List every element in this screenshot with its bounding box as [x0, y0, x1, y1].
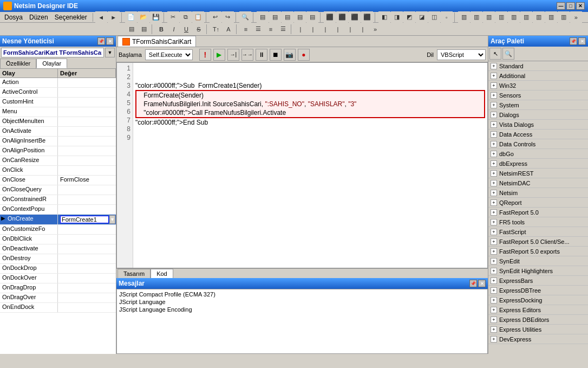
palette-item[interactable]: +Dialogs	[488, 110, 588, 120]
toolbar-copy-btn[interactable]: ⧉	[180, 11, 192, 23]
fmt-tb4[interactable]: A	[223, 23, 234, 35]
bold-btn[interactable]: B	[155, 23, 167, 35]
palette-expand-icon[interactable]: +	[491, 258, 497, 264]
prop-row[interactable]: OnDestroy	[0, 254, 116, 264]
tb24[interactable]: ▥	[558, 11, 570, 23]
prop-row[interactable]: ▶OnCreate ▼	[0, 215, 116, 225]
palette-expand-icon[interactable]: +	[491, 73, 497, 79]
palette-expand-icon[interactable]: +	[491, 307, 497, 313]
stop-btn[interactable]: ⏹	[270, 49, 282, 61]
tb17[interactable]: ▥	[471, 11, 482, 23]
maximize-button[interactable]: □	[566, 2, 575, 10]
toolbar-find-btn[interactable]: 🔍	[239, 11, 251, 23]
prop-row[interactable]: OnConstrainedR	[0, 195, 116, 205]
toolbar-undo-btn[interactable]: ↩	[210, 11, 221, 23]
lang-select[interactable]: VBScript	[437, 49, 486, 60]
tb5[interactable]: ▤	[306, 11, 318, 23]
palette-item[interactable]: +Sensors	[488, 91, 588, 100]
prop-row[interactable]: OnCloseQuery	[0, 185, 116, 195]
palette-item[interactable]: +ExpressDBTree	[488, 286, 588, 295]
object-name-input[interactable]	[1, 48, 104, 57]
tb13[interactable]: ◪	[416, 11, 428, 23]
palette-expand-icon[interactable]: +	[491, 190, 497, 196]
menu-secenekler[interactable]: Seçenekler	[51, 12, 90, 22]
palette-item[interactable]: +FastScript	[488, 227, 588, 237]
palette-item[interactable]: +Express Utilities	[488, 325, 588, 334]
toolbar-arrow-right-btn[interactable]: ►	[108, 11, 120, 23]
palette-expand-icon[interactable]: +	[491, 92, 497, 99]
pause-btn[interactable]: ⏸	[256, 49, 267, 61]
tb3[interactable]: ▤	[282, 11, 293, 23]
minimize-button[interactable]: —	[557, 2, 565, 10]
tab-olaylar[interactable]: Olaylar	[36, 59, 67, 68]
prop-row[interactable]: OnEndDock	[0, 303, 116, 313]
tb9[interactable]: ⬛	[361, 11, 373, 23]
palette-expand-icon[interactable]: +	[491, 170, 497, 177]
palette-expand-icon[interactable]: +	[491, 160, 497, 167]
palette-pin-btn[interactable]: 📌	[570, 37, 577, 45]
prop-value-input[interactable]	[60, 216, 109, 223]
tb6[interactable]: ⬛	[324, 11, 336, 23]
palette-expand-icon[interactable]: +	[491, 209, 497, 216]
tb1[interactable]: ▤	[257, 11, 269, 23]
palette-expand-icon[interactable]: +	[491, 112, 497, 118]
prop-row[interactable]: OnAlignPosition	[0, 146, 116, 156]
prop-row[interactable]: OnDragOver	[0, 293, 116, 303]
palette-item[interactable]: +SynEdit Highlighters	[488, 266, 588, 276]
palette-item[interactable]: +Vista Dialogs	[488, 120, 588, 130]
italic-btn[interactable]: I	[168, 23, 180, 35]
fmtb2[interactable]: |	[307, 23, 319, 35]
palette-expand-icon[interactable]: +	[491, 180, 497, 186]
tb19[interactable]: ▥	[495, 11, 507, 23]
camera-btn[interactable]: 📷	[284, 49, 296, 61]
prop-row[interactable]: Menu	[0, 107, 116, 117]
fmt-tb3[interactable]: T↑	[210, 23, 222, 35]
tb22[interactable]: ▥	[533, 11, 545, 23]
palette-expand-icon[interactable]: +	[491, 121, 497, 128]
tb2[interactable]: ▤	[269, 11, 281, 23]
palette-expand-icon[interactable]: +	[491, 219, 497, 225]
palette-item[interactable]: +Standard	[488, 61, 588, 71]
palette-expand-icon[interactable]: +	[491, 287, 497, 294]
strikethrough-btn[interactable]: S	[193, 23, 205, 35]
palette-item[interactable]: +Express DBEditors	[488, 315, 588, 325]
palette-expand-icon[interactable]: +	[491, 82, 497, 89]
palette-expand-icon[interactable]: +	[491, 326, 497, 333]
palette-item[interactable]: +FR5 tools	[488, 217, 588, 227]
palette-item[interactable]: +ExpressDocking	[488, 295, 588, 305]
fmtb1[interactable]: |	[295, 23, 306, 35]
palette-item[interactable]: +Additional	[488, 71, 588, 81]
prop-row[interactable]: ActiveControl	[0, 88, 116, 98]
pointer-tool-btn[interactable]: ↖	[489, 48, 501, 60]
palette-expand-icon[interactable]: +	[491, 297, 497, 304]
tb16[interactable]: ▥	[458, 11, 470, 23]
palette-item[interactable]: +QReport	[488, 198, 588, 208]
palette-expand-icon[interactable]: +	[491, 131, 497, 138]
toolbar-new-btn[interactable]: 📄	[125, 11, 137, 23]
palette-item[interactable]: +SynEdit	[488, 256, 588, 266]
tb10[interactable]: ◧	[378, 11, 390, 23]
tb7[interactable]: ⬛	[336, 11, 348, 23]
bottom-tab-kod[interactable]: Kod	[151, 269, 173, 278]
prop-row[interactable]: OnCanResize	[0, 156, 116, 166]
prop-row[interactable]: CustomHint	[0, 98, 116, 107]
bottom-tab-tasarim[interactable]: Tasarım	[117, 269, 151, 278]
prop-row[interactable]: OnDeactivate	[0, 244, 116, 254]
palette-item[interactable]: +Data Controls	[488, 139, 588, 149]
prop-dropdown-btn[interactable]: ▼	[109, 215, 115, 224]
palette-expand-icon[interactable]: +	[491, 141, 497, 147]
prop-row[interactable]: OnAlignInsertBe	[0, 137, 116, 146]
palette-item[interactable]: +FastReport 5.0 Client/Se...	[488, 237, 588, 247]
tb-more[interactable]: »	[570, 11, 582, 23]
palette-expand-icon[interactable]: +	[491, 336, 497, 343]
fmt-tb1[interactable]: ▤	[126, 23, 138, 35]
msg-close-btn[interactable]: ✕	[478, 280, 486, 287]
tab-ozellikler[interactable]: Özellikler	[0, 59, 36, 68]
record-btn[interactable]: ●	[298, 49, 310, 61]
prop-row[interactable]: Action	[0, 78, 116, 88]
step-into-btn[interactable]: →|	[227, 49, 239, 61]
run-btn[interactable]: ▶	[213, 49, 225, 61]
prop-row[interactable]: ObjectMenuIten	[0, 117, 116, 127]
prop-row[interactable]: OnDblClick	[0, 235, 116, 244]
error-btn[interactable]: !	[199, 49, 211, 61]
